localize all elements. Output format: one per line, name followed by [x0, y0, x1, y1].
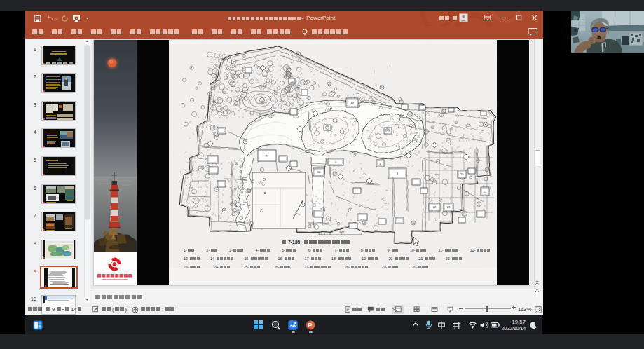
svg-text:23: 23 — [199, 167, 202, 170]
svg-text:29: 29 — [244, 140, 247, 143]
svg-text:28: 28 — [363, 221, 366, 224]
svg-text:P: P — [308, 321, 313, 329]
svg-text:23: 23 — [447, 205, 451, 209]
svg-text:20: 20 — [460, 172, 464, 176]
svg-text:18: 18 — [413, 139, 416, 142]
svg-text:12: 12 — [467, 125, 470, 128]
svg-text:22: 22 — [223, 209, 226, 212]
svg-text:24: 24 — [381, 86, 383, 89]
svg-text:7: 7 — [334, 172, 336, 175]
svg-text:19: 19 — [433, 181, 436, 184]
svg-text:27: 27 — [266, 154, 269, 158]
svg-text:5: 5 — [353, 153, 355, 156]
svg-text:25: 25 — [328, 83, 331, 85]
svg-text:13: 13 — [350, 101, 354, 104]
svg-text:22: 22 — [433, 205, 437, 209]
svg-text:16: 16 — [386, 129, 389, 132]
svg-text:24: 24 — [290, 80, 294, 83]
svg-text:6: 6 — [302, 203, 303, 206]
svg-text:8: 8 — [350, 209, 351, 212]
svg-text:17: 17 — [447, 139, 450, 142]
svg-text:21: 21 — [484, 190, 487, 193]
svg-text:0 5 10 20 30m: 0 5 10 20 30m — [318, 231, 344, 233]
svg-text:30: 30 — [412, 221, 415, 224]
svg-text:26: 26 — [272, 107, 275, 110]
svg-text:15: 15 — [326, 126, 329, 129]
svg-text:10: 10 — [317, 170, 321, 174]
svg-text:14: 14 — [261, 100, 263, 102]
